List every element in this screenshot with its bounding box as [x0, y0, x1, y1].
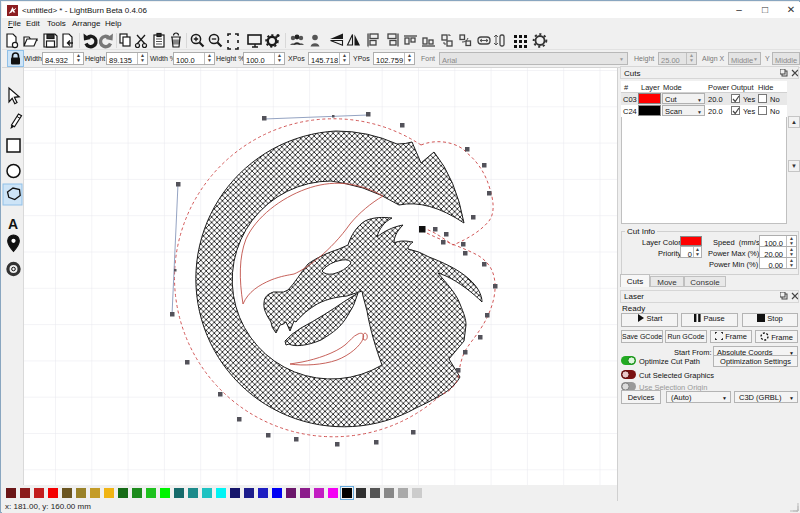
svg-text:A: A: [8, 216, 18, 232]
